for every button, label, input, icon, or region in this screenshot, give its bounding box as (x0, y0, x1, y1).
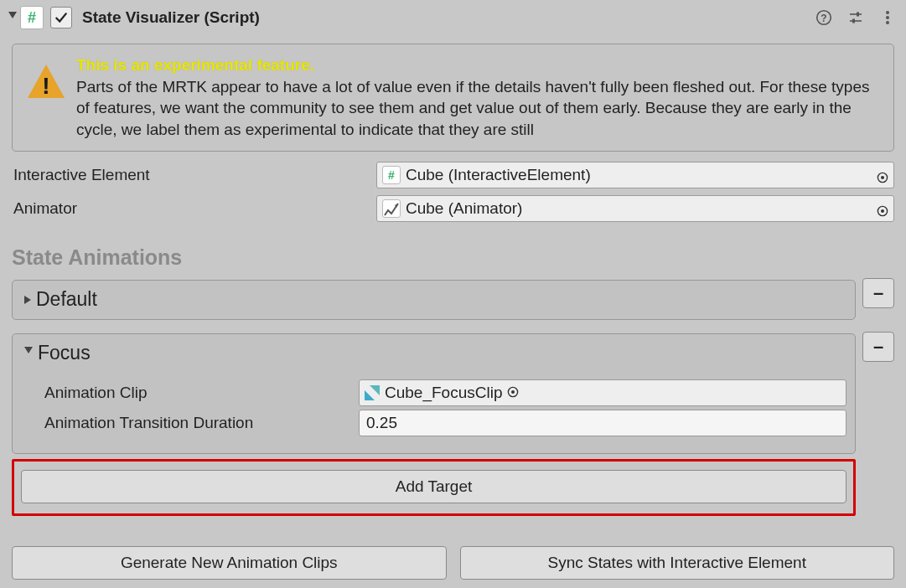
warning-icon: ! (28, 64, 65, 101)
animation-clip-field[interactable]: Cube_FocusClip (359, 379, 846, 406)
settings-sliders-icon[interactable] (847, 9, 864, 26)
component-header: # State Visualizer (Script) ? (0, 0, 906, 35)
component-foldout-arrow[interactable] (8, 12, 17, 24)
add-target-highlight: Add Target (12, 459, 856, 516)
svg-rect-3 (857, 13, 859, 17)
interactive-element-value: Cube (InteractiveElement) (406, 166, 591, 184)
bottom-button-row: Generate New Animation Clips Sync States… (12, 546, 894, 580)
script-icon: # (20, 6, 44, 29)
interactive-element-row: Interactive Element # Cube (InteractiveE… (12, 160, 894, 190)
object-picker-icon[interactable] (877, 169, 888, 181)
animator-mini-icon (382, 199, 401, 218)
state-focus-block: Focus Animation Clip Cube_FocusClip Anim… (12, 333, 856, 454)
remove-state-button[interactable]: – (862, 278, 894, 308)
object-picker-icon[interactable] (877, 203, 888, 214)
state-animations-title: State Animations (12, 245, 894, 270)
svg-text:?: ? (821, 13, 826, 24)
transition-duration-row: Animation Transition Duration (21, 408, 846, 438)
transition-duration-label: Animation Transition Duration (21, 414, 352, 432)
experimental-warning: ! This is an experimental feature. Parts… (12, 44, 894, 152)
state-focus-title: Focus (38, 342, 91, 364)
warning-body: Parts of the MRTK appear to have a lot o… (76, 78, 869, 138)
script-mini-icon: # (382, 166, 401, 184)
add-target-button[interactable]: Add Target (21, 470, 846, 503)
state-default-block: Default (12, 280, 856, 320)
more-menu-icon[interactable] (879, 9, 896, 26)
animator-value: Cube (Animator) (406, 199, 522, 218)
state-default-wrap: Default – (12, 280, 894, 320)
state-focus-header[interactable]: Focus (13, 334, 855, 373)
object-picker-icon[interactable] (507, 384, 519, 402)
svg-rect-5 (852, 19, 855, 23)
sync-states-button[interactable]: Sync States with Interactive Element (460, 546, 895, 580)
svg-point-6 (886, 11, 889, 14)
svg-point-8 (886, 21, 889, 24)
animator-label: Animator (12, 199, 368, 218)
animator-row: Animator Cube (Animator) (12, 193, 894, 224)
svg-point-7 (886, 16, 889, 19)
state-default-header[interactable]: Default (13, 281, 855, 319)
animation-clip-icon (365, 385, 380, 400)
remove-state-button[interactable]: – (862, 332, 894, 362)
state-focus-wrap: – Focus Animation Clip Cube_FocusClip (12, 333, 894, 516)
interactive-element-field[interactable]: # Cube (InteractiveElement) (376, 162, 894, 188)
component-title: State Visualizer (Script) (82, 8, 815, 27)
animation-clip-row: Animation Clip Cube_FocusClip (21, 378, 846, 408)
svg-point-13 (881, 209, 884, 213)
foldout-arrow-icon (24, 296, 31, 304)
interactive-element-label: Interactive Element (12, 166, 368, 184)
transition-duration-input[interactable] (359, 410, 846, 436)
animator-field[interactable]: Cube (Animator) (376, 195, 894, 222)
animation-clip-label: Animation Clip (21, 384, 352, 402)
animation-clip-value: Cube_FocusClip (385, 384, 502, 402)
state-default-title: Default (36, 288, 97, 311)
component-enabled-checkbox[interactable] (50, 7, 72, 28)
foldout-arrow-icon (24, 347, 33, 359)
help-icon[interactable]: ? (815, 9, 832, 26)
svg-point-10 (881, 176, 884, 179)
generate-clips-button[interactable]: Generate New Animation Clips (12, 546, 447, 580)
svg-point-15 (511, 390, 515, 394)
warning-title: This is an experimental feature. (76, 56, 314, 74)
